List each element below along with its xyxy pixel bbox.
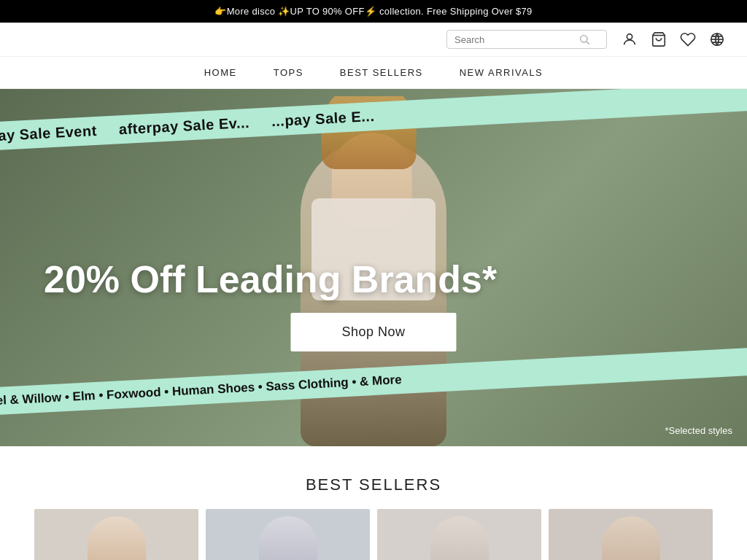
- svg-point-0: [581, 36, 587, 42]
- cart-icon[interactable]: [651, 31, 667, 47]
- nav-item-tops[interactable]: TOPS: [274, 67, 303, 78]
- main-nav: HOME TOPS BEST SELLERS NEW ARRIVALS: [0, 57, 747, 89]
- product-card[interactable]: [377, 509, 541, 560]
- product-image: [259, 516, 317, 560]
- shop-now-button[interactable]: Shop Now: [290, 313, 456, 351]
- selected-styles-text: *Selected styles: [665, 425, 733, 436]
- hero-banner: afterpay Sale Event afterpay Sale Ev... …: [0, 89, 747, 446]
- account-icon[interactable]: [622, 31, 638, 47]
- nav-item-new-arrivals[interactable]: NEW ARRIVALS: [460, 67, 543, 78]
- announcement-bar: 👉More disco ✨UP TO 90% OFF⚡ collection. …: [0, 0, 747, 23]
- best-sellers-title: BEST SELLERS: [15, 475, 732, 494]
- hero-headline: 20% Off Leading Brands*: [44, 259, 497, 300]
- header-icons: [622, 31, 725, 47]
- svg-line-1: [587, 42, 589, 44]
- search-bar[interactable]: [446, 30, 607, 49]
- announcement-text: 👉More disco ✨UP TO 90% OFF⚡ collection. …: [214, 6, 532, 17]
- language-icon[interactable]: [709, 31, 725, 47]
- wishlist-icon[interactable]: [680, 31, 696, 47]
- product-card[interactable]: [34, 509, 198, 560]
- search-icon: [578, 34, 590, 45]
- search-input[interactable]: [454, 34, 578, 45]
- nav-item-best-sellers[interactable]: BEST SELLERS: [340, 67, 423, 78]
- best-sellers-section: BEST SELLERS: [0, 446, 747, 560]
- product-card[interactable]: [549, 509, 713, 560]
- svg-point-2: [627, 34, 632, 39]
- product-row: [15, 509, 732, 560]
- header: [0, 23, 747, 57]
- product-image: [430, 516, 489, 560]
- product-image: [602, 516, 660, 560]
- product-card[interactable]: [206, 509, 370, 560]
- product-image: [88, 516, 146, 560]
- nav-item-home[interactable]: HOME: [204, 67, 237, 78]
